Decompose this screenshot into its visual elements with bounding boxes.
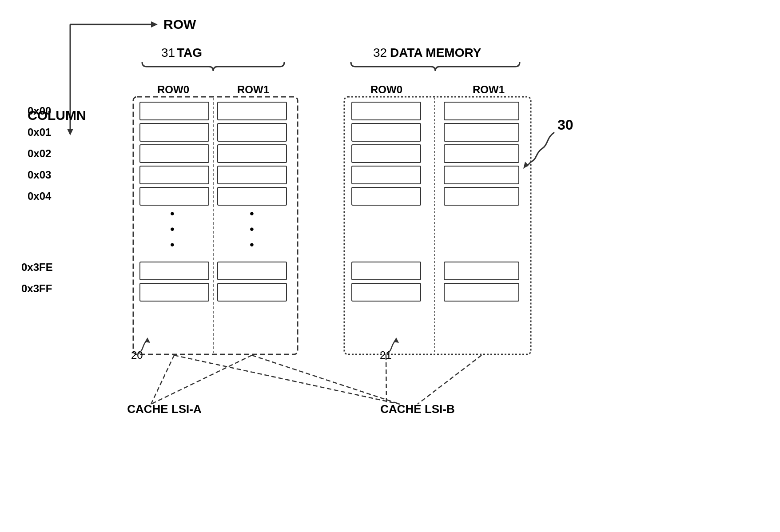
svg-rect-34 [218, 262, 287, 280]
svg-marker-3 [67, 129, 73, 135]
svg-rect-43 [444, 102, 519, 120]
svg-rect-20 [140, 187, 209, 205]
svg-rect-45 [444, 145, 519, 163]
svg-marker-58 [523, 162, 529, 169]
svg-text:30: 30 [557, 117, 573, 133]
svg-line-68 [252, 355, 400, 404]
svg-text:0x3FF: 0x3FF [21, 282, 52, 294]
svg-text:ROW1: ROW1 [473, 83, 505, 95]
svg-rect-41 [352, 262, 421, 280]
svg-text:0x03: 0x03 [28, 169, 51, 181]
svg-rect-49 [444, 283, 519, 301]
svg-rect-44 [444, 123, 519, 141]
svg-rect-39 [352, 166, 421, 184]
svg-line-67 [151, 355, 252, 404]
svg-text:TAG: TAG [177, 46, 202, 60]
svg-rect-40 [352, 187, 421, 205]
svg-text:•: • [170, 238, 175, 251]
svg-line-66 [174, 355, 400, 404]
svg-rect-24 [140, 262, 209, 280]
svg-text:0x02: 0x02 [28, 147, 51, 159]
svg-text:0x04: 0x04 [28, 190, 52, 202]
svg-rect-25 [140, 283, 209, 301]
svg-rect-38 [352, 145, 421, 163]
diagram-container: ROW COLUMN 31 TAG 32 DATA MEMORY ROW0 RO… [0, 0, 780, 532]
svg-rect-47 [444, 187, 519, 205]
svg-marker-64 [394, 337, 399, 343]
svg-text:•: • [250, 222, 254, 236]
svg-line-65 [151, 355, 174, 404]
svg-rect-37 [352, 123, 421, 141]
svg-rect-26 [218, 102, 287, 120]
svg-text:32: 32 [373, 46, 387, 60]
svg-rect-48 [444, 262, 519, 280]
svg-text:CACHE LSI-B: CACHE LSI-B [380, 402, 455, 416]
svg-rect-30 [218, 187, 287, 205]
svg-rect-17 [140, 123, 209, 141]
svg-rect-36 [352, 102, 421, 120]
svg-marker-1 [151, 21, 158, 28]
svg-text:ROW0: ROW0 [157, 83, 189, 95]
svg-rect-27 [218, 123, 287, 141]
svg-text:DATA MEMORY: DATA MEMORY [390, 46, 482, 60]
svg-rect-16 [140, 102, 209, 120]
svg-text:31: 31 [161, 46, 175, 60]
svg-text:ROW: ROW [163, 17, 196, 32]
svg-text:0x00: 0x00 [28, 105, 51, 117]
svg-text:•: • [170, 222, 175, 236]
svg-text:ROW1: ROW1 [237, 83, 269, 95]
svg-rect-28 [218, 145, 287, 163]
svg-text:CACHE LSI-A: CACHE LSI-A [127, 402, 202, 416]
svg-rect-35 [218, 283, 287, 301]
svg-line-70 [418, 355, 482, 404]
svg-rect-18 [140, 145, 209, 163]
svg-text:ROW0: ROW0 [370, 83, 402, 95]
svg-marker-61 [145, 337, 150, 343]
svg-rect-29 [218, 166, 287, 184]
svg-text:•: • [250, 206, 254, 220]
svg-line-69 [386, 355, 386, 404]
svg-text:0x3FE: 0x3FE [21, 261, 53, 273]
svg-text:•: • [170, 206, 175, 220]
svg-rect-42 [352, 283, 421, 301]
svg-rect-19 [140, 166, 209, 184]
svg-rect-46 [444, 166, 519, 184]
svg-text:•: • [250, 238, 254, 251]
svg-text:0x01: 0x01 [28, 126, 51, 138]
diagram-svg: ROW COLUMN 31 TAG 32 DATA MEMORY ROW0 RO… [0, 0, 780, 532]
